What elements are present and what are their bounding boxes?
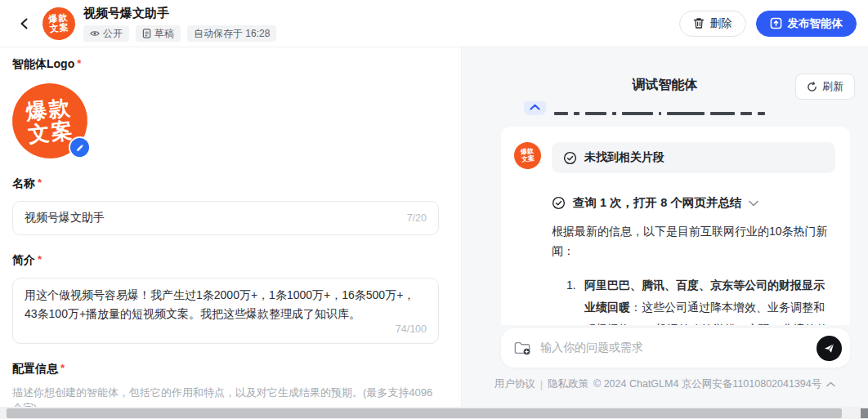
check-circle-icon bbox=[563, 151, 577, 165]
trash-icon bbox=[693, 17, 705, 29]
agent-logo-text-2: 文案 bbox=[49, 22, 69, 33]
scrollbar-corner bbox=[861, 408, 868, 418]
send-button[interactable] bbox=[817, 336, 842, 361]
terms-link[interactable]: 用户协议 bbox=[494, 377, 535, 391]
search-summary-text: 查询 1 次，打开 8 个网页并总结 bbox=[573, 195, 741, 211]
assistant-message-card: 爆款 文案 未找到相关片段 查询 1 次，打开 8 个网页并总结 根据最新的信息… bbox=[501, 127, 850, 325]
news-list: 1. 阿里巴巴、腾讯、百度、京东等公司的财报显示业绩回暖：这些公司通过降本增效、… bbox=[566, 274, 835, 325]
topbar-actions: 删除 发布智能体 bbox=[679, 11, 857, 37]
autosave-badge-label: 自动保存于 16:28 bbox=[194, 27, 270, 40]
name-field-label: 名称 * bbox=[12, 176, 438, 191]
horizontal-scrollbar[interactable] bbox=[0, 407, 868, 419]
logo-label-text: 智能体Logo bbox=[12, 57, 74, 72]
collapsed-message-row bbox=[524, 101, 868, 115]
agent-avatar: 爆款 文案 bbox=[512, 140, 542, 170]
publish-icon bbox=[770, 17, 782, 29]
paper-plane-icon bbox=[823, 342, 835, 354]
back-button[interactable] bbox=[13, 12, 36, 35]
chat-input-placeholder: 输入你的问题或需求 bbox=[540, 341, 807, 355]
copyright-text: © 2024 ChatGLM4 京公网安备11010802041394号 bbox=[593, 377, 821, 391]
visibility-badge: 公开 bbox=[83, 25, 129, 42]
logo-uploader[interactable]: 爆款 文案 bbox=[12, 83, 87, 158]
page-title: 视频号爆文助手 bbox=[83, 6, 276, 21]
retrieval-status-text: 未找到相关片段 bbox=[584, 150, 664, 165]
retrieval-status-pill: 未找到相关片段 bbox=[552, 142, 835, 173]
news-item-body: 阿里巴巴、腾讯、百度、京东等公司的财报显示业绩回暖：这些公司通过降本增效、业务调… bbox=[584, 274, 835, 325]
name-field-section: 名称 * 视频号爆文助手 7/20 bbox=[12, 176, 438, 235]
answer-intro-text: 根据最新的信息，以下是目前互联网行业的10条热门新闻： bbox=[552, 222, 835, 261]
required-asterisk: * bbox=[60, 363, 65, 373]
refresh-button[interactable]: 刷新 bbox=[795, 74, 855, 100]
delete-button-label: 删除 bbox=[710, 16, 732, 31]
check-circle-icon bbox=[552, 196, 566, 210]
intro-textarea-value: 用这个做视频号容易爆！我产生过1条2000万+，1条1000万+，16条500万… bbox=[25, 288, 414, 320]
title-block: 视频号爆文助手 公开 草稿 自动保存于 16:28 bbox=[83, 6, 276, 42]
draft-badge-label: 草稿 bbox=[154, 27, 174, 40]
delete-button[interactable]: 删除 bbox=[679, 11, 746, 37]
edit-logo-button[interactable] bbox=[69, 136, 91, 158]
footer-separator: | bbox=[540, 379, 543, 390]
chat-scroll-area[interactable]: 爆款 文案 未找到相关片段 查询 1 次，打开 8 个网页并总结 根据最新的信息… bbox=[462, 98, 868, 325]
message-header-row: 爆款 文案 未找到相关片段 bbox=[514, 142, 835, 173]
name-char-counter: 7/20 bbox=[407, 212, 427, 224]
intro-field-section: 简介 * 用这个做视频号容易爆！我产生过1条2000万+，1条1000万+，16… bbox=[12, 253, 438, 344]
intro-field-label: 简介 * bbox=[12, 253, 438, 268]
horizontal-scrollbar-thumb[interactable] bbox=[7, 408, 842, 418]
app-window: 爆款 文案 视频号爆文助手 公开 草稿 自动保存于 16:28 bbox=[0, 0, 868, 419]
status-badges: 公开 草稿 自动保存于 16:28 bbox=[83, 25, 276, 42]
clipped-message-text bbox=[554, 109, 765, 115]
intro-label-text: 简介 bbox=[12, 253, 35, 268]
logo-field-label: 智能体Logo * bbox=[12, 57, 438, 72]
required-asterisk: * bbox=[77, 58, 81, 69]
required-asterisk: * bbox=[38, 254, 42, 265]
debug-footer: 用户协议 | 隐私政策 © 2024 ChatGLM4 京公网安备1101080… bbox=[462, 377, 868, 391]
top-bar: 爆款 文案 视频号爆文助手 公开 草稿 自动保存于 16:28 bbox=[0, 0, 868, 47]
config-label-text: 配置信息 bbox=[12, 362, 58, 377]
name-input-value: 视频号爆文助手 bbox=[25, 211, 407, 225]
search-summary-toggle[interactable]: 查询 1 次，打开 8 个网页并总结 bbox=[552, 195, 835, 211]
config-field-label: 配置信息 * bbox=[12, 362, 438, 377]
privacy-link[interactable]: 隐私政策 bbox=[548, 377, 588, 391]
chat-input-bar[interactable]: 输入你的问题或需求 bbox=[501, 328, 850, 368]
chevron-down-icon bbox=[749, 200, 758, 207]
name-input[interactable]: 视频号爆文助手 7/20 bbox=[12, 201, 439, 235]
required-asterisk: * bbox=[38, 177, 42, 188]
name-label-text: 名称 bbox=[12, 176, 35, 191]
agent-logo-text-2: 文案 bbox=[27, 118, 75, 146]
intro-char-counter: 74/100 bbox=[25, 321, 427, 337]
chevron-left-icon bbox=[18, 17, 31, 30]
news-item-1: 1. 阿里巴巴、腾讯、百度、京东等公司的财报显示业绩回暖：这些公司通过降本增效、… bbox=[566, 274, 835, 325]
agent-logo-small: 爆款 文案 bbox=[41, 6, 77, 42]
document-icon bbox=[142, 29, 151, 38]
debug-panel-header: 调试智能体 刷新 bbox=[462, 47, 868, 98]
autosave-badge: 自动保存于 16:28 bbox=[187, 25, 276, 42]
debug-panel: 调试智能体 刷新 爆款 文案 bbox=[462, 47, 868, 419]
agent-avatar-text-2: 文案 bbox=[521, 155, 535, 163]
footer-chevron-up-icon[interactable] bbox=[826, 381, 835, 387]
chevron-up-icon bbox=[530, 104, 540, 110]
eye-icon bbox=[90, 29, 100, 38]
intro-textarea[interactable]: 用这个做视频号容易爆！我产生过1条2000万+，1条1000万+，16条500万… bbox=[12, 278, 439, 344]
pencil-icon bbox=[75, 143, 85, 153]
publish-button-label: 发布智能体 bbox=[788, 16, 843, 31]
publish-agent-button[interactable]: 发布智能体 bbox=[756, 11, 857, 37]
visibility-badge-label: 公开 bbox=[103, 27, 123, 40]
draft-badge: 草稿 bbox=[136, 25, 181, 42]
refresh-icon bbox=[807, 82, 817, 92]
agent-config-panel: 智能体Logo * 爆款 文案 名称 * 视频号爆文助手 7/20 bbox=[0, 47, 462, 419]
refresh-button-label: 刷新 bbox=[822, 79, 843, 94]
news-item-number: 1. bbox=[566, 274, 584, 325]
collapse-button[interactable] bbox=[524, 101, 546, 115]
attach-file-icon[interactable] bbox=[514, 341, 530, 355]
